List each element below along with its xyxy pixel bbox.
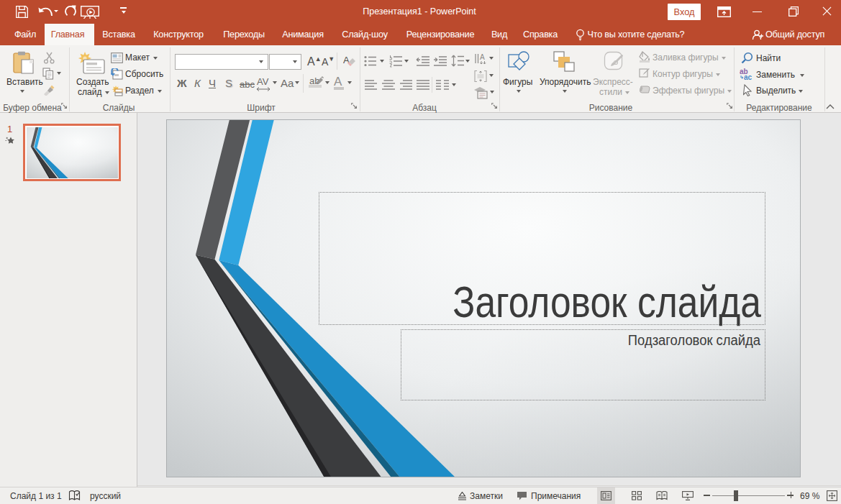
svg-text:A: A	[480, 53, 485, 61]
svg-text:ac: ac	[744, 73, 753, 81]
